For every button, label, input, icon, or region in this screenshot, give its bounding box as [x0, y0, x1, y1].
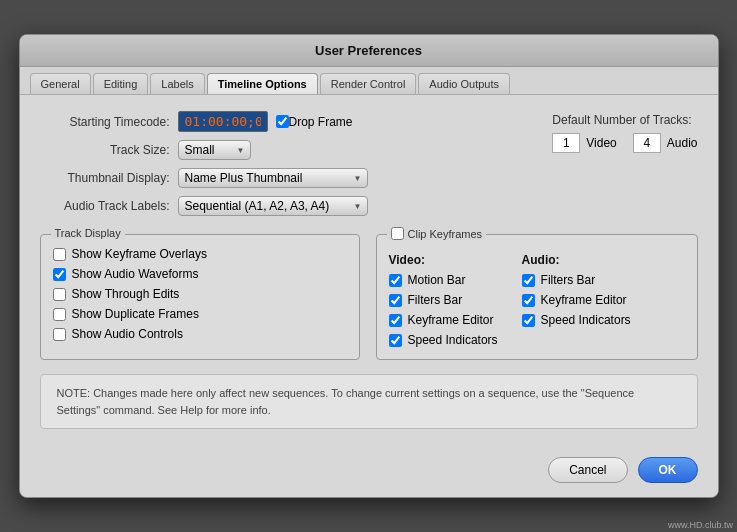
- audio-track-labels-label: Audio Track Labels:: [40, 199, 170, 213]
- keyframe-editor-a-label[interactable]: Keyframe Editor: [541, 293, 627, 307]
- show-keyframe-overlays-label[interactable]: Show Keyframe Overlays: [72, 247, 207, 261]
- show-through-edits-checkbox[interactable]: [53, 288, 66, 301]
- audio-track-labels-select[interactable]: Sequential (A1, A2, A3, A4) Paired (A1A2…: [178, 196, 368, 216]
- button-bar: Cancel OK: [20, 445, 718, 497]
- note-area: NOTE: Changes made here only affect new …: [40, 374, 698, 429]
- user-preferences-dialog: User Preferences General Editing Labels …: [19, 34, 719, 498]
- thumbnail-display-label: Thumbnail Display:: [40, 171, 170, 185]
- show-duplicate-frames-checkbox[interactable]: [53, 308, 66, 321]
- show-duplicate-frames-label[interactable]: Show Duplicate Frames: [72, 307, 199, 321]
- default-tracks-section: Default Number of Tracks: 1 Video 4 Audi…: [552, 113, 697, 153]
- audio-track-labels-select-wrapper: Sequential (A1, A2, A3, A4) Paired (A1A2…: [178, 196, 368, 216]
- tab-general[interactable]: General: [30, 73, 91, 94]
- watermark: www.HD.club.tw: [668, 520, 733, 530]
- starting-timecode-label: Starting Timecode:: [40, 115, 170, 129]
- tab-bar: General Editing Labels Timeline Options …: [20, 67, 718, 95]
- content-area: Starting Timecode: Drop Frame Track Size…: [20, 95, 718, 445]
- audio-label: Audio: [667, 136, 698, 150]
- audio-column: Audio: Filters Bar Keyframe Editor Speed…: [522, 253, 631, 347]
- video-col-header: Video:: [389, 253, 498, 267]
- show-through-edits-label[interactable]: Show Through Edits: [72, 287, 180, 301]
- tab-render-control[interactable]: Render Control: [320, 73, 417, 94]
- keyframe-editor-checkbox[interactable]: [389, 314, 402, 327]
- motion-bar-checkbox[interactable]: [389, 274, 402, 287]
- keyframe-editor-a-checkbox[interactable]: [522, 294, 535, 307]
- speed-indicators-a-checkbox[interactable]: [522, 314, 535, 327]
- clip-keyframes-enable-checkbox[interactable]: [391, 227, 404, 240]
- show-keyframe-overlays-checkbox[interactable]: [53, 248, 66, 261]
- filters-bar-a-checkbox[interactable]: [522, 274, 535, 287]
- drop-frame-checkbox[interactable]: [276, 115, 289, 128]
- video-label: Video: [586, 136, 616, 150]
- video-column: Video: Motion Bar Filters Bar Keyframe E…: [389, 253, 498, 347]
- track-section: Track Display Show Keyframe Overlays Sho…: [40, 234, 698, 360]
- filters-bar-v-label[interactable]: Filters Bar: [408, 293, 463, 307]
- show-audio-waveforms-checkbox[interactable]: [53, 268, 66, 281]
- audio-col-header: Audio:: [522, 253, 631, 267]
- motion-bar-label[interactable]: Motion Bar: [408, 273, 466, 287]
- track-display-group: Track Display Show Keyframe Overlays Sho…: [40, 234, 360, 360]
- keyframe-editor-label[interactable]: Keyframe Editor: [408, 313, 494, 327]
- drop-frame-area: Drop Frame: [276, 115, 353, 129]
- thumbnail-display-select[interactable]: Name Only Name Plus Thumbnail Thumbnail …: [178, 168, 368, 188]
- tab-editing[interactable]: Editing: [93, 73, 149, 94]
- form-left: Starting Timecode: Drop Frame Track Size…: [40, 111, 368, 224]
- show-audio-waveforms-label[interactable]: Show Audio Waveforms: [72, 267, 199, 281]
- filters-bar-a-label[interactable]: Filters Bar: [541, 273, 596, 287]
- cancel-button[interactable]: Cancel: [548, 457, 627, 483]
- clip-columns: Video: Motion Bar Filters Bar Keyframe E…: [389, 253, 685, 347]
- video-count-box: 1: [552, 133, 580, 153]
- thumbnail-display-select-wrapper: Name Only Name Plus Thumbnail Thumbnail …: [178, 168, 368, 188]
- drop-frame-label[interactable]: Drop Frame: [289, 115, 353, 129]
- show-audio-controls-checkbox[interactable]: [53, 328, 66, 341]
- dialog-title: User Preferences: [20, 35, 718, 67]
- clip-keyframes-group: Clip Keyframes Video: Motion Bar Filters…: [376, 234, 698, 360]
- tab-labels[interactable]: Labels: [150, 73, 204, 94]
- track-size-label: Track Size:: [40, 143, 170, 157]
- default-tracks-label: Default Number of Tracks:: [552, 113, 697, 127]
- starting-timecode-input[interactable]: [178, 111, 268, 132]
- track-display-title: Track Display: [51, 227, 125, 239]
- filters-bar-v-checkbox[interactable]: [389, 294, 402, 307]
- tab-timeline-options[interactable]: Timeline Options: [207, 73, 318, 94]
- speed-indicators-a-label[interactable]: Speed Indicators: [541, 313, 631, 327]
- show-audio-controls-label[interactable]: Show Audio Controls: [72, 327, 183, 341]
- tab-audio-outputs[interactable]: Audio Outputs: [418, 73, 510, 94]
- track-size-select[interactable]: Small Medium Large: [178, 140, 251, 160]
- speed-indicators-v-checkbox[interactable]: [389, 334, 402, 347]
- speed-indicators-v-label[interactable]: Speed Indicators: [408, 333, 498, 347]
- ok-button[interactable]: OK: [638, 457, 698, 483]
- track-size-select-wrapper: Small Medium Large: [178, 140, 251, 160]
- audio-count-box: 4: [633, 133, 661, 153]
- clip-keyframes-title: Clip Keyframes: [408, 228, 483, 240]
